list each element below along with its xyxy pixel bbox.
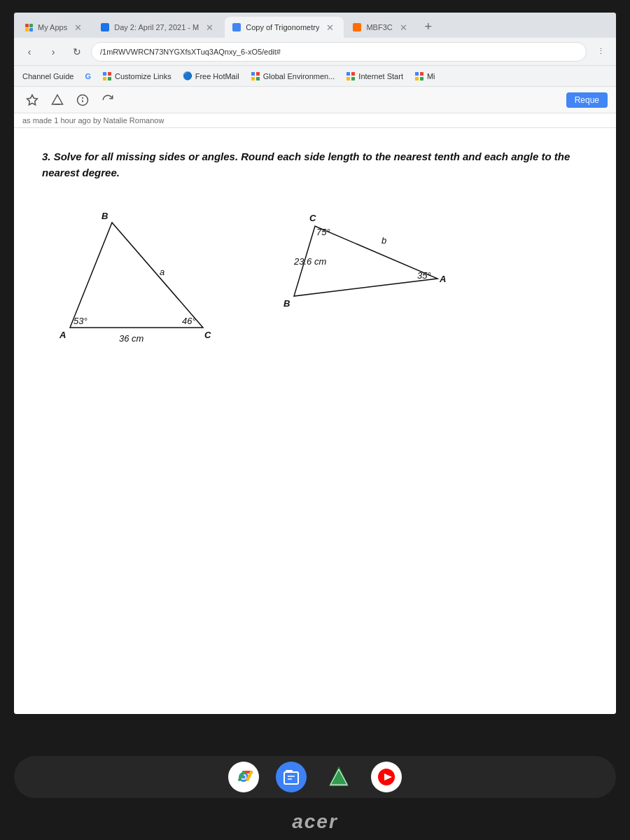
t1-side-a: a [160, 267, 164, 277]
tab-mbf3c-label: MBF3C [366, 23, 392, 31]
taskbar-chrome-icon[interactable] [228, 762, 259, 792]
request-button[interactable]: Reque [566, 92, 608, 108]
day2-favicon [100, 22, 110, 32]
tab-mbf3c[interactable]: MBF3C ✕ [345, 17, 416, 38]
mbf-favicon [352, 22, 362, 32]
svg-rect-4 [251, 72, 255, 76]
extensions-button[interactable]: ⋮ [591, 42, 610, 62]
t1-angle-A: 53° [74, 316, 88, 326]
triangle2-figure: C B A 75° 35° b 23.6 cm [280, 209, 455, 323]
taskbar-drive-icon[interactable] [323, 762, 354, 792]
taskbar [14, 756, 616, 798]
svg-rect-0 [103, 72, 106, 76]
bookmark-hotmail[interactable]: 🔵 Free HotMail [180, 70, 242, 83]
svg-rect-5 [256, 72, 260, 76]
bookmark-mi[interactable]: Mi [412, 70, 438, 83]
star-icon-btn[interactable] [22, 90, 42, 110]
bookmark-global[interactable]: Global Environmen... [248, 70, 338, 83]
tab-mbf3c-close[interactable]: ✕ [397, 22, 410, 33]
svg-rect-10 [346, 77, 350, 80]
problem-number: 3. [42, 150, 51, 162]
customize-icon [102, 71, 112, 81]
t1-side-AC: 36 cm [119, 333, 144, 344]
svg-rect-8 [346, 72, 350, 76]
tab-my-apps-label: My Apps [38, 23, 67, 31]
tab-day2-label: Day 2: April 27, 2021 - M [114, 23, 199, 31]
svg-marker-22 [70, 223, 203, 328]
svg-rect-13 [420, 72, 424, 76]
internet-start-label: Internet Start [358, 72, 403, 80]
tab-trig-close[interactable]: ✕ [323, 22, 337, 33]
bookmark-internet-start[interactable]: Internet Start [343, 70, 406, 83]
tab-my-apps[interactable]: My Apps ✕ [17, 17, 92, 38]
back-button[interactable]: ‹ [20, 42, 39, 62]
bookmark-google[interactable]: G [82, 71, 94, 82]
svg-rect-28 [284, 772, 298, 784]
last-edit-text: as made 1 hour ago by Natalie Romanow [22, 116, 164, 125]
t1-vertex-A: A [59, 330, 66, 340]
t2-vertex-C: C [309, 213, 316, 223]
bookmarks-bar: Channel Guide G Customize Links [14, 66, 616, 87]
browser: My Apps ✕ Day 2: April 27, 2021 - M ✕ [14, 13, 616, 714]
triangles-container: B A C 53° 46° a 36 cm [42, 202, 588, 358]
bookmark-customize[interactable]: Customize Links [99, 70, 174, 83]
svg-rect-15 [420, 77, 424, 80]
global-label: Global Environmen... [263, 72, 335, 80]
svg-marker-16 [27, 94, 38, 104]
svg-marker-17 [52, 94, 63, 104]
problem-statement: 3. Solve for all missing sides or angles… [42, 149, 588, 181]
trig-favicon [232, 22, 241, 32]
refresh-button[interactable]: ↻ [67, 42, 87, 62]
svg-rect-14 [415, 77, 419, 80]
math-content: 3. Solve for all missing sides or angles… [14, 128, 616, 379]
global-icon [251, 71, 260, 81]
tab-trig-label: Copy of Trigonometry [246, 23, 319, 31]
customize-label: Customize Links [115, 72, 172, 80]
tab-my-apps-close[interactable]: ✕ [71, 22, 85, 33]
taskbar-files-icon[interactable] [276, 762, 307, 792]
t2-angle-C: 75° [316, 227, 330, 237]
tab-day2-close[interactable]: ✕ [203, 22, 216, 33]
t2-side-CB: 23.6 cm [293, 256, 326, 267]
svg-rect-1 [108, 72, 111, 76]
svg-rect-7 [256, 77, 260, 80]
hotmail-label: Free HotMail [195, 72, 239, 80]
svg-rect-2 [103, 77, 106, 80]
mi-icon [414, 71, 424, 81]
info-icon-btn[interactable] [73, 90, 92, 110]
triangle1-figure: B A C 53° 46° a 36 cm [56, 209, 224, 351]
address-bar-row: ‹ › ↻ /1mRWVWRCN73NYGXfsXTuq3AQnxy_6-xO5… [14, 38, 616, 66]
triangle1-svg: B A C 53° 46° a 36 cm [56, 209, 224, 349]
google-label: G [85, 72, 91, 80]
drive-icon-btn[interactable] [48, 90, 67, 110]
forward-button[interactable]: › [43, 42, 63, 62]
triangle2-svg: C B A 75° 35° b 23.6 cm [280, 209, 455, 321]
internet-start-icon [346, 71, 356, 81]
t2-vertex-B: B [284, 298, 290, 309]
svg-rect-9 [351, 72, 355, 76]
last-edit-bar: as made 1 hour ago by Natalie Romanow [14, 113, 616, 128]
svg-rect-3 [108, 77, 111, 80]
svg-rect-6 [251, 77, 255, 80]
tab-day2[interactable]: Day 2: April 27, 2021 - M ✕ [93, 17, 223, 38]
channel-guide-label: Channel Guide [22, 72, 74, 80]
address-input[interactable]: /1mRWVWRCN73NYGXfsXTuq3AQnxy_6-xO5/edit# [91, 42, 587, 62]
bookmark-channel-guide[interactable]: Channel Guide [20, 71, 76, 82]
t1-angle-C: 46° [182, 316, 196, 326]
refresh-icon-btn[interactable] [98, 90, 118, 110]
svg-rect-12 [415, 72, 419, 76]
svg-rect-11 [351, 77, 355, 80]
problem-text-body: Solve for all missing sides or angles. R… [42, 150, 570, 178]
new-tab-button[interactable]: + [419, 17, 438, 36]
taskbar-play-icon[interactable] [371, 762, 402, 792]
t1-vertex-B: B [102, 211, 108, 221]
apps-favicon [24, 22, 34, 32]
hotmail-icon: 🔵 [183, 71, 192, 81]
tab-trigonometry[interactable]: Copy of Trigonometry ✕ [225, 17, 344, 38]
t1-vertex-C: C [204, 330, 211, 340]
tab-bar: My Apps ✕ Day 2: April 27, 2021 - M ✕ [14, 13, 616, 38]
t2-angle-A: 35° [417, 270, 431, 281]
page-toolbar: Reque [14, 87, 616, 113]
address-text: /1mRWVWRCN73NYGXfsXTuq3AQnxy_6-xO5/edit# [100, 48, 281, 56]
mi-label: Mi [427, 72, 435, 80]
